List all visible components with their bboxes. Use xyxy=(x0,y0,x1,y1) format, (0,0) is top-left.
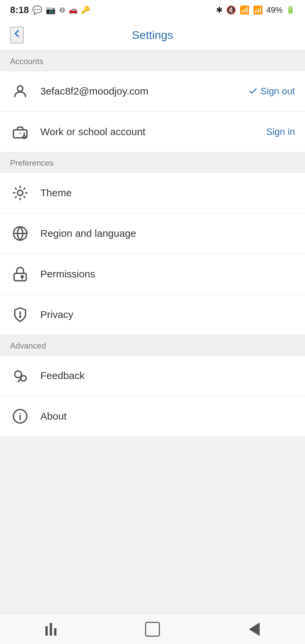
battery-icon: 🔋 xyxy=(286,6,295,14)
item-label-region-language: Region and language xyxy=(40,228,295,239)
section-list-advanced: Feedback About xyxy=(0,356,305,436)
car-icon: 🚗 xyxy=(69,6,78,14)
lock-icon xyxy=(10,264,30,284)
nav-back-icon xyxy=(249,623,260,636)
top-bar: Settings xyxy=(0,20,305,50)
svg-point-11 xyxy=(19,316,20,317)
svg-rect-7 xyxy=(14,273,26,281)
settings-item-permissions[interactable]: Permissions xyxy=(0,254,305,294)
mute-icon: 🔇 xyxy=(226,5,236,15)
item-label-theme: Theme xyxy=(40,187,295,199)
status-time: 8:18 xyxy=(10,5,29,15)
home-icon xyxy=(145,622,160,637)
globe-icon xyxy=(10,223,30,244)
section-list-accounts: 3efac8f2@moodjoy.comSign out Work or sch… xyxy=(0,71,305,152)
item-label-about: About xyxy=(40,411,295,422)
bottom-nav xyxy=(0,614,305,644)
item-label-permissions: Permissions xyxy=(40,268,295,280)
theme-icon xyxy=(10,183,30,203)
settings-item-theme[interactable]: Theme xyxy=(0,173,305,213)
messenger-icon: 💬 xyxy=(32,5,42,15)
recent-icon xyxy=(45,623,56,636)
video-icon: 📷 xyxy=(46,5,56,15)
sign-in-action-work-account[interactable]: Sign in xyxy=(266,126,295,137)
svg-point-13 xyxy=(21,376,26,381)
recent-button[interactable] xyxy=(37,619,64,639)
page-title: Settings xyxy=(132,29,173,42)
shield-icon xyxy=(10,305,30,325)
section-header-preferences: Preferences xyxy=(0,152,305,173)
status-left: 8:18 💬 📷 ⊖ 🚗 🔑 xyxy=(10,5,90,15)
key-icon: 🔑 xyxy=(81,6,90,14)
status-bar: 8:18 💬 📷 ⊖ 🚗 🔑 ✱ 🔇 📶 📶 49% 🔋 xyxy=(0,0,305,20)
nav-back-button[interactable] xyxy=(241,619,268,639)
item-label-privacy: Privacy xyxy=(40,309,295,320)
settings-container: Accounts 3efac8f2@moodjoy.comSign out Wo… xyxy=(0,50,305,436)
home-button[interactable] xyxy=(139,619,166,639)
settings-item-about[interactable]: About xyxy=(0,396,305,436)
section-header-accounts: Accounts xyxy=(0,50,305,71)
item-label-feedback: Feedback xyxy=(40,370,295,381)
settings-item-personal-account[interactable]: 3efac8f2@moodjoy.comSign out xyxy=(0,71,305,112)
section-header-advanced: Advanced xyxy=(0,335,305,356)
signal-icon: 📶 xyxy=(253,5,263,15)
person-icon xyxy=(10,81,30,101)
settings-item-work-account[interactable]: Work or school accountSign in xyxy=(0,112,305,152)
status-right: ✱ 🔇 📶 📶 49% 🔋 xyxy=(216,5,295,15)
settings-item-region-language[interactable]: Region and language xyxy=(0,213,305,254)
info-icon xyxy=(10,406,30,426)
svg-point-4 xyxy=(17,190,23,196)
item-label-personal-account: 3efac8f2@moodjoy.com xyxy=(40,86,248,97)
battery-text: 49% xyxy=(266,5,282,15)
work-icon xyxy=(10,122,30,142)
back-button[interactable] xyxy=(10,27,24,43)
svg-point-0 xyxy=(17,86,23,91)
wifi-icon: 📶 xyxy=(239,5,250,15)
bluetooth-icon: ✱ xyxy=(216,5,223,15)
minus-icon: ⊖ xyxy=(59,6,65,14)
settings-item-feedback[interactable]: Feedback xyxy=(0,356,305,396)
feedback-icon xyxy=(10,366,30,386)
svg-point-12 xyxy=(15,371,21,378)
item-label-work-account: Work or school account xyxy=(40,126,266,138)
sign-out-action-personal-account[interactable]: Sign out xyxy=(248,86,295,97)
section-list-preferences: Theme Region and language Permissions Pr… xyxy=(0,173,305,335)
settings-item-privacy[interactable]: Privacy xyxy=(0,294,305,335)
